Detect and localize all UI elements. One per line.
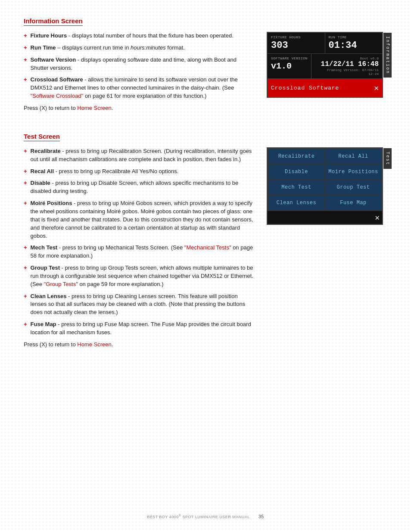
run-time-desc: – displays current run time in hours:min… [57,44,185,51]
term-clean-lenses: Clean Lenses [31,293,67,299]
test-cell-group-test[interactable]: Group Test [325,180,381,195]
footer-product-name: BEST BOY 4000 [147,515,179,519]
bullet-plus-icon: + [24,244,27,252]
test-bullet-list: + Recalibrate - press to bring up Recali… [24,147,254,337]
term-recal-all: Recal All [31,168,54,174]
group-tests-link[interactable]: "Group Tests" [44,281,78,287]
bullet-content: Clean Lenses - press to bring up Cleanin… [31,292,254,317]
bullet-content: Group Test - press to bring up Group Tes… [31,264,254,289]
crossload-btn-label: Crossload Software [271,85,339,91]
test-press-x: Press (X) to return to Home Screen. [24,341,254,348]
bullet-plus-icon: + [24,56,27,64]
crossload-link[interactable]: "Software Crossload" [31,93,84,99]
fixture-hours-value: 303 [271,40,321,51]
test-x-button[interactable]: ✕ [375,213,380,222]
test-cell-fuse-map[interactable]: Fuse Map [325,196,381,210]
list-item: + Fixture Hours - displays total number … [24,32,254,40]
list-item: + Mech Test - press to bring up Mechanic… [24,244,254,260]
test-section-text: + Recalibrate - press to bring up Recali… [24,147,254,361]
term-run-time: Run Time [31,44,56,51]
bullet-plus-icon: + [24,179,27,187]
test-screen-mock: Recalibrate Recal All Disable Moire Posi… [267,147,383,225]
list-item: + Clean Lenses - press to bring up Clean… [24,292,254,317]
info-screen-mock: FIXTURE HOURS 303 RUN TIME 01:34 SOFTWAR… [267,32,383,98]
bullet-plus-icon: + [24,32,27,40]
list-item: + Moiré Positions - press to bring up Mo… [24,199,254,240]
bullet-plus-icon: + [24,76,27,84]
bullet-content: Run Time – displays current run time in … [31,44,185,52]
test-cell-clean-lenses[interactable]: Clean Lenses [268,196,324,210]
term-fixture-hours: Fixture Hours [31,32,67,39]
disable-desc: - press to bring up Disable Screen, whic… [31,180,239,194]
test-section: Test Screen + Recalibrate - press to bri… [24,133,387,361]
recal-all-desc: - press to bring up Recalibrate All Yes/… [56,168,178,174]
term-moire-positions: Moiré Positions [31,200,72,206]
test-screen-image: Recalibrate Recal All Disable Moire Posi… [267,147,387,225]
bullet-content: Recalibrate - press to bring up Recalibr… [31,147,254,164]
info-section-text: + Fixture Hours - displays total number … [24,32,254,124]
info-screen-image: FIXTURE HOURS 303 RUN TIME 01:34 SOFTWAR… [267,32,387,98]
recalibrate-desc: - press to bring up Recalibration Screen… [31,148,252,162]
bullet-content: Crossload Software - allows the luminair… [31,76,254,100]
test-cell-moire-positions[interactable]: Moire Positions [325,165,381,179]
run-time-format: hours:minutes [131,44,166,51]
test-bottom-row: ✕ [268,211,382,224]
info-x-button[interactable]: ✕ [374,83,379,93]
test-home-screen-link[interactable]: Home Screen [77,341,111,348]
group-test-desc: - press to bring up Group Tests screen, … [31,264,253,287]
test-cell-recalibrate[interactable]: Recalibrate [268,149,324,164]
bullet-plus-icon: + [24,168,27,176]
fixture-hours-label: FIXTURE HOURS [271,35,321,39]
bullet-plus-icon: + [24,320,27,329]
info-bullet-list: + Fixture Hours - displays total number … [24,32,254,100]
bullet-content: Moiré Positions - press to bring up Moir… [31,199,254,240]
info-section: Information Screen + Fixture Hours - dis… [24,17,387,124]
run-time-value: 01:34 [329,40,379,51]
fuse-map-desc: - press to bring up Fuse Map screen. The… [31,321,251,336]
footer-subtitle: SPOT LUMINAIRE USER MANUAL [181,515,249,519]
list-item: + Software Version - displays operating … [24,56,254,72]
term-group-test: Group Test [31,264,60,271]
list-item: + Crossload Software - allows the lumina… [24,76,254,100]
mech-tests-link[interactable]: "Mechanical Tests" [184,244,231,251]
bullet-content: Mech Test - press to bring up Mechanical… [31,244,254,260]
term-mech-test: Mech Test [31,244,58,251]
test-cell-mech-test[interactable]: Mech Test [268,180,324,195]
list-item: + Group Test - press to bring up Group T… [24,264,254,289]
test-screen-tab: Test [383,148,392,169]
software-version-value: v1.0 [271,61,308,71]
term-software-version: Software Version [31,56,76,63]
term-separator: - displays total number of hours that th… [68,32,234,39]
software-version-label: SOFTWARE VERSION [271,56,308,60]
test-button-grid: Recalibrate Recal All Disable Moire Posi… [268,148,382,211]
mech-test-desc: - press to bring up Mechanical Tests Scr… [31,244,253,259]
term-crossload: Crossload Software [31,76,83,83]
bullet-content: Fixture Hours - displays total number of… [31,32,234,40]
bullet-plus-icon: + [24,264,27,272]
info-screen-tab: Information [383,33,392,78]
test-cell-disable[interactable]: Disable [268,165,324,179]
list-item: + Recal All - press to bring up Recalibr… [24,168,254,176]
bullet-content: Disable - press to bring up Disable Scre… [31,179,254,196]
test-section-heading: Test Screen [24,133,60,141]
bullet-content: Software Version - displays operating so… [31,56,254,72]
bullet-plus-icon: + [24,199,27,208]
test-cell-recal-all[interactable]: Recal All [325,149,381,164]
info-top-row: FIXTURE HOURS 303 RUN TIME 01:34 [268,33,382,54]
fixture-hours-cell: FIXTURE HOURS 303 [268,33,325,53]
list-item: + Recalibrate - press to bring up Recali… [24,147,254,164]
page-number: 35 [258,514,264,519]
crossload-row: Crossload Software ✕ [268,79,382,97]
info-home-screen-link[interactable]: Home Screen [77,105,111,111]
term-recalibrate: Recalibrate [31,148,61,154]
datetime-cell: Boot v6.0 11/22/11 16:48 Framing Version… [311,54,382,78]
datetime-value: 11/22/11 16:48 [315,60,379,68]
bullet-content: Fuse Map - press to bring up Fuse Map sc… [31,320,254,337]
info-section-heading: Information Screen [24,17,83,26]
bullet-content: Recal All - press to bring up Recalibrat… [31,168,179,176]
framing-label: Framing Version: 07/08/11 12:24 [315,68,379,76]
list-item: + Run Time – displays current run time i… [24,44,254,52]
list-item: + Fuse Map - press to bring up Fuse Map … [24,320,254,337]
info-press-x: Press (X) to return to Home Screen. [24,105,254,111]
boot-label: Boot v6.0 [315,56,379,60]
